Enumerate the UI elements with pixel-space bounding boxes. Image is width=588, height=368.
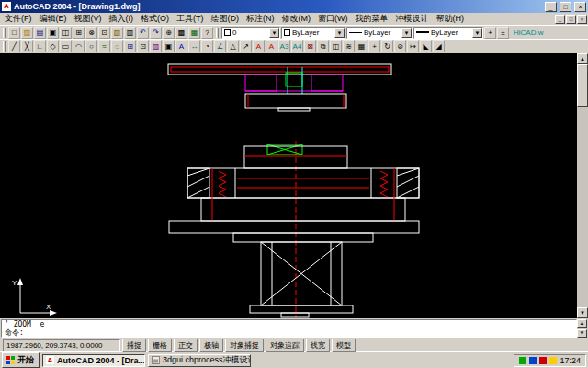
properties-icon[interactable]: ▩ (175, 27, 187, 39)
chevron-down-icon[interactable]: ▼ (269, 28, 279, 38)
construction-line-icon[interactable]: ╳ (21, 40, 33, 52)
spline-icon[interactable]: ≈ (98, 40, 110, 52)
insert-hyperlink-icon[interactable]: ⊕ (163, 27, 175, 39)
toolbar-grip[interactable] (3, 41, 6, 52)
color-combo[interactable]: ByLayer ▼ (281, 27, 345, 39)
erase-icon[interactable]: ⊠ (304, 40, 316, 52)
taskbar-task-autocad[interactable]: A AutoCAD 2004 - [Dra... (42, 354, 145, 367)
doc-restore-button[interactable]: □ (566, 15, 576, 24)
menu-view[interactable]: 视图(V) (71, 13, 106, 25)
offset-icon[interactable]: ≋ (343, 40, 355, 52)
dim-angular-icon[interactable]: ∠ (214, 40, 226, 52)
menu-help[interactable]: 帮助(H) (433, 13, 469, 25)
paste-icon[interactable]: ▧ (111, 27, 123, 39)
vertical-scrollbar[interactable]: ▲ ▼ (577, 53, 588, 318)
tray-antivirus-icon[interactable] (519, 357, 526, 364)
doc-minimize-button[interactable]: _ (555, 15, 565, 24)
menu-window[interactable]: 窗口(W) (314, 13, 352, 25)
undo-icon[interactable]: ↶ (137, 27, 149, 39)
polygon-icon[interactable]: ◇ (47, 40, 59, 52)
close-button[interactable]: × (574, 2, 586, 12)
menu-tools[interactable]: 工具(T) (173, 13, 208, 25)
scroll-down-icon[interactable]: ▼ (577, 329, 587, 338)
menu-format[interactable]: 格式(O) (137, 13, 173, 25)
scroll-up-icon[interactable]: ▲ (577, 319, 587, 328)
dim-radius-icon[interactable]: ◔ (201, 40, 213, 52)
start-button[interactable]: 开始 (2, 352, 40, 368)
scrollbar-thumb[interactable] (577, 64, 588, 107)
move-icon[interactable]: + (368, 40, 380, 52)
copy-icon[interactable]: ⊡ (98, 27, 110, 39)
help-icon[interactable]: ? (201, 27, 213, 39)
mtext-icon[interactable]: A (175, 40, 187, 52)
minimize-button[interactable]: _ (545, 2, 557, 12)
new-icon[interactable]: □ (8, 27, 20, 39)
tray-network-icon[interactable] (529, 357, 537, 364)
trim-icon[interactable]: ⊘ (394, 40, 406, 52)
chevron-down-icon[interactable]: ▼ (401, 28, 412, 38)
quick-dim-icon[interactable]: △ (227, 40, 239, 52)
rotate-icon[interactable]: ↻ (381, 40, 393, 52)
arc-icon[interactable]: ◠ (73, 40, 85, 52)
scrollbar-track[interactable] (577, 107, 588, 307)
ellipse-icon[interactable]: ◌ (111, 40, 123, 52)
cut-icon[interactable]: ⊗ (85, 27, 97, 39)
array-icon[interactable]: ▦ (356, 40, 368, 52)
redo-icon[interactable]: ↷ (150, 27, 162, 39)
drawing-canvas[interactable]: Y X (0, 53, 577, 318)
designcenter-icon[interactable]: ▦ (188, 27, 200, 39)
toolbar-grip[interactable] (216, 28, 219, 38)
toggle-grid[interactable]: 栅格 (148, 339, 172, 352)
polyline-icon[interactable]: ∟ (34, 40, 46, 52)
menu-dimension[interactable]: 标注(N) (243, 13, 278, 25)
layer-combo[interactable]: 0 ▼ (221, 27, 280, 39)
open-icon[interactable]: ▨ (21, 27, 33, 39)
fillet-icon[interactable]: ◢ (433, 40, 445, 52)
single-text-icon[interactable]: A (266, 40, 277, 52)
text-style-icon[interactable]: A (253, 40, 265, 52)
menu-modify[interactable]: 修改(M) (278, 13, 315, 25)
circle-icon[interactable]: ○ (85, 40, 97, 52)
toggle-ortho[interactable]: 正交 (174, 339, 198, 352)
leader-icon[interactable]: ↗ (240, 40, 252, 52)
insert-block-icon[interactable]: ⊞ (124, 40, 136, 52)
publish-icon[interactable]: ⊞ (73, 27, 85, 39)
tray-volume-icon[interactable] (539, 357, 547, 364)
linetype-combo[interactable]: ByLayer ▼ (346, 27, 413, 39)
dim-linear-icon[interactable]: ↔ (188, 40, 200, 52)
menu-edit[interactable]: 编辑(E) (36, 13, 71, 25)
rectangle-icon[interactable]: ▭ (60, 40, 72, 52)
command-scrollbar[interactable]: ▲ ▼ (577, 319, 587, 338)
paper-a4-icon[interactable]: A4 (291, 40, 303, 52)
paper-a3-icon[interactable]: A3 (278, 40, 290, 52)
extend-icon[interactable]: ↦ (407, 40, 419, 52)
match-properties-icon[interactable]: ▥ (124, 27, 136, 39)
pan-realtime-icon[interactable]: + (484, 27, 496, 39)
doc-close-button[interactable]: × (577, 15, 587, 24)
chamfer-icon[interactable]: ◣ (420, 40, 432, 52)
toggle-lwt[interactable]: 线宽 (306, 339, 330, 352)
taskbar-task-die-design[interactable]: ▤ 3dgui.chprocess冲模设计 (148, 354, 251, 367)
toggle-osnap[interactable]: 对象捕捉 (225, 339, 264, 352)
chevron-down-icon[interactable]: ▼ (334, 28, 345, 38)
plot-icon[interactable]: ▣ (47, 27, 59, 39)
menu-die-design[interactable]: 冲模设计 (392, 13, 433, 25)
toggle-polar[interactable]: 极轴 (199, 339, 223, 352)
toggle-otrack[interactable]: 对象追踪 (266, 339, 304, 352)
chevron-down-icon[interactable]: ▼ (472, 28, 482, 38)
zoom-realtime-icon[interactable]: ± (497, 27, 509, 39)
copy-object-icon[interactable]: ⧉ (317, 40, 329, 52)
hatch-icon[interactable]: ▨ (150, 40, 162, 52)
menu-insert[interactable]: 插入(I) (106, 13, 138, 25)
save-icon[interactable]: ▤ (34, 27, 46, 39)
line-icon[interactable]: ╱ (8, 40, 20, 52)
toggle-snap[interactable]: 捕捉 (122, 339, 146, 352)
menu-my-menu[interactable]: 我的菜单 (352, 13, 392, 25)
maximize-button[interactable]: □ (560, 2, 571, 12)
make-block-icon[interactable]: ⊡ (137, 40, 149, 52)
region-icon[interactable]: ▣ (163, 40, 175, 52)
menu-draw[interactable]: 绘图(D) (208, 13, 243, 25)
lineweight-combo[interactable]: ByLayer ▼ (413, 27, 483, 39)
scroll-up-icon[interactable]: ▲ (577, 53, 588, 64)
tray-ime-icon[interactable] (549, 357, 557, 364)
